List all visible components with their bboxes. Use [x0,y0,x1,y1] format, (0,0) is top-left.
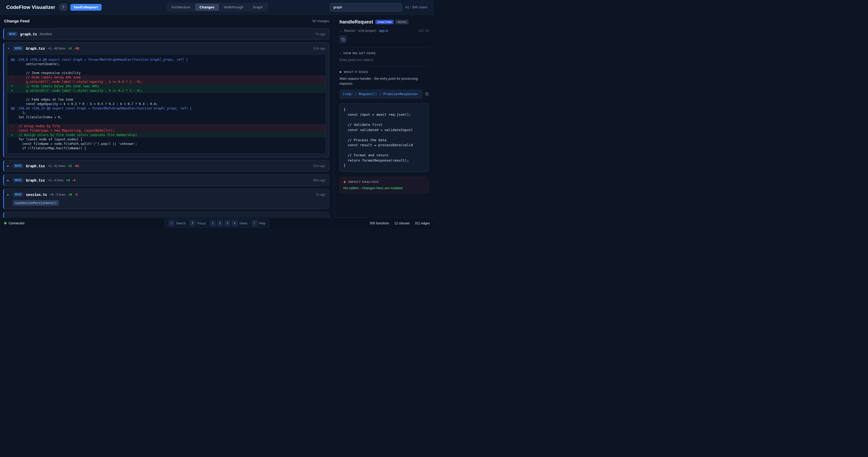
app-title: CodeFlow Visualizer [6,4,55,10]
change-feed-header: Change Feed 50 changes [0,14,334,28]
copy-icon [425,92,429,96]
detail-badges: FUNCTIONTESTS [375,20,408,24]
added-count: +8 [68,193,72,196]
shortcut-label: Help [259,221,266,225]
tab-changes[interactable]: Changes [195,4,219,11]
feed-item-partial[interactable] [3,212,329,218]
search-input[interactable] [330,3,402,11]
shortcut-key[interactable]: 2 [217,220,223,226]
feed-item: ▶MODGraph.tsx+4, -4 lines+4-456m ago [3,174,329,186]
change-type-badge: MOD [13,178,23,182]
shortcut-label: Search [176,221,186,225]
diff-line-ctx: const edgeOpacity = k < 0.3 ? 0 : k < 0.… [7,102,326,106]
change-stats: +8, -3 lines [50,193,66,196]
divider [339,47,429,48]
impact-analysis-panel: IMPACT ANALYSIS No callers - changes her… [339,177,429,193]
diff-line-ctx [7,93,326,97]
shortcut-key[interactable]: 3 [224,220,230,226]
line-range-label: L22–33 [418,29,429,32]
what-section-title: WHAT IT DOES [344,70,368,73]
feed-item: ▼MODGraph.tsx+3, -48 lines+3-4851m ago@@… [3,42,329,157]
graph-stat: 305 functions [370,221,389,225]
chevron-down-icon[interactable]: ▼ [7,47,10,50]
shortcut-group: ?Help [252,220,266,226]
file-name: graph.ts [20,32,37,36]
diff-line-ctx: // Fade edges at low zoom [7,97,326,102]
diff-line-ctx: for (const node of layout.nodes) { [7,137,326,142]
status-bar: Connected /SearchFFocus1234Views?Help 30… [0,218,434,228]
shortcut-key[interactable]: / [168,220,174,226]
signature-row: (req: : Request): : Promise<Response> [339,89,429,99]
removed-count: -4 [72,179,75,182]
diff-line-add: + // Hide labels below 20% zoom (was 40%… [7,84,326,89]
feed-title: Change Feed [4,19,29,24]
copy-signature-button[interactable] [425,92,429,96]
feed-item: MODgraph.tsModified7m ago [3,28,329,40]
shortcut-key[interactable]: F [190,220,195,226]
selected-node-button[interactable]: handleRequest [70,4,102,11]
shortcut-key[interactable]: 1 [210,220,215,226]
change-type-badge: MOD [7,32,18,36]
diff-line-ctx: if (!fileColorMap.has(fileName)) { [7,146,326,151]
keyboard-shortcuts-bar: /SearchFFocus1234Views?Help [165,219,269,227]
breadcrumb-separator: / [356,29,358,33]
tab-architecture[interactable]: Architecture [167,4,195,11]
shortcut-label: Focus [197,221,206,225]
diff-line-ctx: let fileColorIndex = 0; [7,115,326,120]
diff-line-ctx: // Zoom-responsive visibility [7,71,326,75]
breadcrumb-separator: / [377,29,378,33]
copy-path-button[interactable] [339,36,347,43]
feed-item-header[interactable]: ▶MODGraph.tsx+4, -4 lines+4-456m ago [4,175,329,186]
change-type-badge: MOD [13,164,23,168]
change-type-badge: MOD [13,46,23,51]
tab-graph[interactable]: Graph [248,4,267,11]
diff-line-hunk: @@ -258,8 +258,8 @@ export const Graph =… [7,58,326,62]
code-preview: { const input = await req.json(); // Val… [339,103,429,172]
timestamp: 7m ago [315,32,326,36]
impact-section-title: IMPACT ANALYSIS [348,180,379,183]
copy-icon [342,38,345,41]
chevron-right-icon[interactable]: ▶ [7,165,10,167]
feed-item-header[interactable]: MODgraph.tsModified7m ago [4,28,329,40]
how-section-body: Entry point (no callers) [339,58,429,62]
chevron-right-icon[interactable]: ▶ [7,193,10,196]
node-count-label: 41 / 369 nodes [405,5,428,9]
tab-walkthrough[interactable]: Walkthrough [219,4,248,11]
shortcut-key[interactable]: 4 [232,220,237,226]
diff-line-ctx: ]; [7,111,326,115]
shortcut-key[interactable]: ? [252,220,257,226]
feed-item: ▶MODsession.ts+8, -3 lines+8-31h agouseS… [3,189,329,209]
lightning-bolt-icon [343,180,346,184]
feed-item-header[interactable]: ▼MODGraph.tsx+3, -48 lines+3-4851m ago [4,43,329,54]
breadcrumb-file[interactable]: app.ts [379,29,388,33]
function-badge: FUNCTION [375,20,394,24]
feed-item-header[interactable]: ▶MODGraph.tsx+3, -41 lines+3-4152m ago [4,160,329,172]
help-button[interactable]: ? [59,4,67,11]
tests-badge: TESTS [396,20,408,24]
added-count: +3 [68,47,72,50]
chevron-right-icon[interactable]: ▶ [7,179,10,182]
how-section-header: ↓ HOW WE GET HERE [339,52,429,55]
file-name: Graph.tsx [26,47,45,51]
graph-stats: 305 functions12 classes311 edges [370,221,430,225]
feed-count: 50 changes [312,19,329,23]
diff-line-ctx [7,120,326,124]
function-description: Main request handler - the entry point f… [339,77,429,86]
top-bar-right: 41 / 369 nodes [330,3,428,11]
feed-item-header[interactable]: ▶MODsession.ts+8, -3 lines+8-31h ago [4,189,329,200]
impact-section-header: IMPACT ANALYSIS [343,180,425,184]
breadcrumb-part[interactable]: fixtures [344,29,355,33]
diff-line-del: - g.selectAll('.node-label').style('opac… [7,80,326,84]
symbol-tag[interactable]: useSessionPersistence() [13,200,59,206]
breadcrumb-part[interactable]: e2e-project [359,29,376,33]
removed-count: -3 [74,193,78,196]
detail-title-row: handleRequest FUNCTIONTESTS [339,19,429,25]
change-note: Modified [40,32,52,36]
symbol-tag-row: useSessionPersistence() [4,200,329,209]
graph-stat: 311 edges [415,221,430,225]
feed-item: ▶MODGraph.tsx+3, -41 lines+3-4152m ago [3,160,329,172]
function-signature: (req: : Request): : Promise<Response> [339,89,423,99]
impact-section-body: No callers - changes here are isolated [343,186,425,190]
file-name: session.ts [26,192,47,197]
diff-line-del: - // Group nodes by file [7,124,326,128]
